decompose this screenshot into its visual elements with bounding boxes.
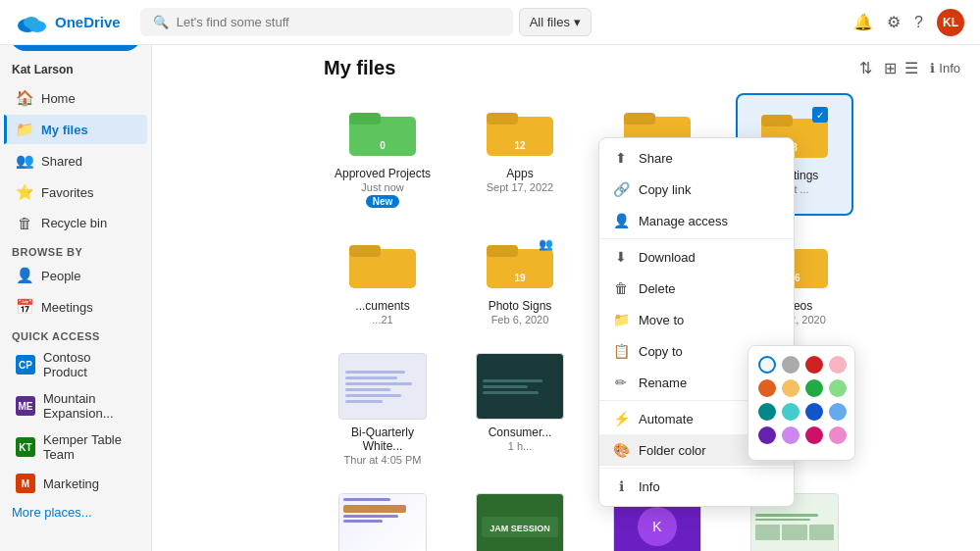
color-option-yellow[interactable] — [782, 379, 799, 397]
mountain-label: Mountain Expansion... — [43, 391, 135, 421]
file-date: 1 h... — [508, 440, 532, 452]
context-menu-download[interactable]: ⬇ Download — [599, 241, 794, 273]
info-button[interactable]: ℹ Info — [930, 61, 960, 75]
sidebar-item-mountain[interactable]: ME Mountain Expansion... — [4, 386, 147, 426]
topbar-actions: 🔔 ⚙ ? KL — [853, 9, 964, 36]
file-item-form-design[interactable]: Form Design.ai Jan 14, 2023 — [324, 483, 441, 551]
all-files-label: All files — [530, 15, 570, 29]
folder-icon-wrap: 12 — [485, 103, 555, 161]
sidebar-item-people-label: People — [41, 269, 80, 283]
file-date: Sept 17, 2022 — [487, 181, 554, 193]
color-option-teal[interactable] — [758, 403, 776, 421]
color-option-purple[interactable] — [758, 426, 776, 444]
search-input[interactable] — [177, 15, 500, 29]
color-option-light-green[interactable] — [829, 379, 847, 397]
svg-rect-4 — [349, 113, 381, 125]
color-option-magenta[interactable] — [805, 426, 823, 444]
info-ctx-icon: ℹ — [613, 478, 629, 494]
file-name: Bi-Quarterly White... — [330, 426, 436, 453]
app-name: OneDrive — [55, 14, 121, 30]
people-icon: 👤 — [16, 267, 33, 284]
automate-icon: ⚡ — [613, 411, 629, 426]
color-option-rose[interactable] — [829, 426, 847, 444]
color-option-default[interactable] — [758, 356, 776, 374]
marketing-label: Marketing — [43, 476, 99, 491]
sidebar-item-marketing[interactable]: M Marketing — [4, 469, 147, 498]
quick-access-title: Quick Access — [0, 323, 151, 344]
list-view-icon[interactable]: ☰ — [904, 59, 918, 77]
sidebar-item-my-files[interactable]: 📁 My files — [4, 115, 147, 144]
delete-icon: 🗑 — [613, 280, 629, 296]
search-bar[interactable]: 🔍 — [140, 8, 513, 36]
folder-color-label: Folder color — [639, 443, 706, 458]
sidebar-item-people[interactable]: 👤 People — [4, 261, 147, 290]
share-icon: ⬆ — [613, 150, 629, 166]
color-option-lavender[interactable] — [782, 426, 799, 444]
sidebar-item-contoso[interactable]: CP Contoso Product — [4, 345, 147, 384]
more-places-link[interactable]: More places... — [0, 499, 151, 526]
sidebar-item-shared[interactable]: 👥 Shared — [4, 146, 147, 175]
context-menu-info[interactable]: ℹ Info — [599, 471, 794, 502]
color-option-light-blue[interactable] — [829, 403, 847, 421]
svg-rect-12 — [349, 245, 381, 257]
sidebar-item-home-label: Home — [41, 91, 76, 106]
context-menu-manage-access[interactable]: 👤 Manage access — [599, 205, 794, 236]
color-option-green[interactable] — [805, 379, 823, 397]
user-name: Kat Larson — [0, 59, 151, 82]
grid-view-icon[interactable]: ⊞ — [884, 59, 897, 77]
file-name: Photo Signs — [489, 299, 552, 313]
folder-color-icon: 🎨 — [613, 442, 629, 458]
download-label: Download — [639, 250, 696, 265]
settings-icon[interactable]: ⚙ — [887, 13, 901, 31]
page-title: My files — [324, 57, 395, 79]
people-badge-icon: 👥 — [539, 237, 553, 251]
context-menu-share[interactable]: ⬆ Share — [599, 142, 794, 174]
file-item-approved-projects[interactable]: 0 Approved Projects Just now New — [324, 93, 441, 216]
kemper-table-label: Kemper Table Team — [43, 432, 135, 462]
color-option-orange[interactable] — [758, 379, 776, 397]
sidebar-item-my-files-label: My files — [41, 123, 88, 137]
help-icon[interactable]: ? — [914, 14, 923, 31]
file-item-photo-signs[interactable]: 19 👥 Photo Signs Feb 6, 2020 — [461, 225, 579, 333]
file-item-jam-session[interactable]: JAM SESSION Jam Session... Feb 1, 2023 — [461, 483, 579, 551]
context-menu-move-to[interactable]: 📁 Move to — [599, 304, 794, 335]
sidebar-item-meetings-label: Meetings — [41, 300, 93, 315]
contoso-label: Contoso Product — [43, 350, 135, 379]
meetings-icon: 📅 — [16, 298, 33, 316]
sort-button[interactable]: ⇅ — [859, 59, 872, 77]
file-item-consumer[interactable]: Consumer... 1 h... — [461, 343, 579, 474]
app-logo: OneDrive — [16, 12, 121, 33]
color-option-pink[interactable] — [829, 356, 847, 374]
color-row-2 — [758, 379, 845, 397]
recycle-bin-icon: 🗑 — [16, 215, 33, 231]
file-item-documents[interactable]: ...cuments ...21 — [324, 225, 441, 333]
sidebar-item-favorites[interactable]: ⭐ Favorites — [4, 177, 147, 207]
copy-to-label: Copy to — [639, 344, 683, 359]
file-item-bi-quarterly[interactable]: Bi-Quarterly White... Thur at 4:05 PM — [324, 343, 441, 474]
sidebar-item-recycle-bin[interactable]: 🗑 Recycle bin — [4, 209, 147, 237]
color-option-cyan[interactable] — [782, 403, 799, 421]
info-label: Info — [939, 61, 960, 75]
context-menu-delete[interactable]: 🗑 Delete — [599, 273, 794, 304]
all-files-button[interactable]: All files ▾ — [519, 8, 592, 36]
sidebar-item-home[interactable]: 🏠 Home — [4, 83, 147, 113]
sidebar-item-kemper-table[interactable]: KT Kemper Table Team — [4, 427, 147, 467]
rename-label: Rename — [639, 376, 687, 390]
file-date: Just now — [361, 181, 403, 193]
file-item-apps[interactable]: 12 Apps Sept 17, 2022 — [461, 93, 579, 216]
context-menu-separator-1 — [599, 238, 794, 239]
avatar[interactable]: KL — [937, 9, 964, 36]
color-option-red[interactable] — [805, 356, 823, 374]
sidebar-item-meetings[interactable]: 📅 Meetings — [4, 292, 147, 322]
rename-icon: ✏ — [613, 375, 629, 390]
folder-icon-wrap: 19 👥 — [485, 235, 555, 293]
folder-icon-wrap: 0 — [347, 103, 418, 161]
my-files-icon: 📁 — [16, 121, 33, 138]
chevron-down-icon: ▾ — [574, 15, 581, 29]
new-badge: New — [366, 195, 400, 208]
color-option-gray[interactable] — [782, 356, 799, 374]
color-option-blue[interactable] — [805, 403, 823, 421]
file-date: Feb 6, 2020 — [491, 314, 549, 326]
context-menu-copy-link[interactable]: 🔗 Copy link — [599, 174, 794, 205]
notifications-icon[interactable]: 🔔 — [853, 13, 873, 31]
